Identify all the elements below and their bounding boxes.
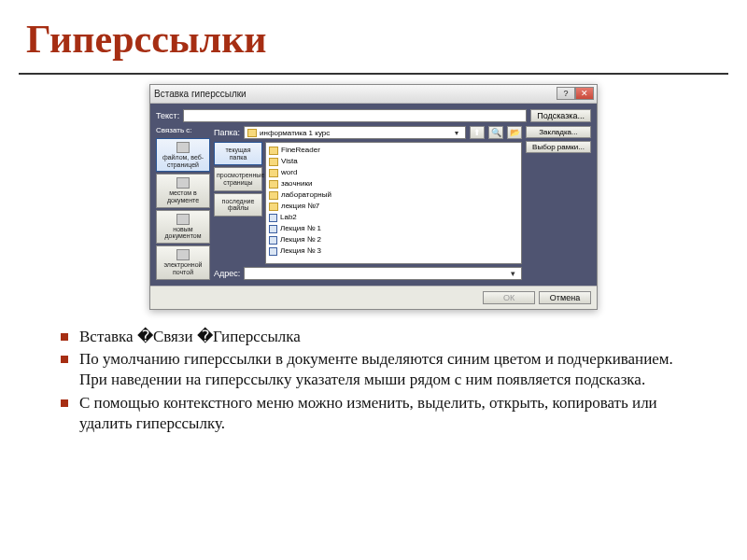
file-name: лабораторный (281, 189, 331, 201)
chevron-down-icon: ▾ (507, 268, 518, 279)
list-item[interactable]: FineReader (269, 145, 518, 156)
file-list[interactable]: FineReaderVistawordзаочникилабораторныйл… (265, 142, 522, 264)
up-arrow-icon: ⬆ (473, 128, 481, 137)
text-row: Текст: Подсказка... (156, 109, 591, 122)
link-to-label: Связать с: (156, 126, 210, 134)
file-name: FineReader (281, 145, 320, 156)
dialog-caption: Вставка гиперссылки (154, 89, 247, 99)
cancel-button[interactable]: Отмена (539, 291, 591, 304)
new-doc-icon (176, 214, 190, 225)
folder-icon (269, 180, 278, 189)
address-label: Адрес: (214, 269, 240, 278)
help-button[interactable]: ? (557, 87, 575, 100)
main-columns: Связать с: файлом, веб-страницей местом … (156, 126, 591, 280)
open-folder-icon: 📂 (510, 128, 520, 137)
list-item[interactable]: Лекция № 3 (269, 245, 518, 257)
list-item[interactable]: заочники (269, 178, 518, 189)
list-item[interactable]: word (269, 167, 518, 178)
link-to-column: Связать с: файлом, веб-страницей местом … (156, 126, 210, 280)
bullet-item: Вставка �Связи �Гиперссылка (79, 327, 696, 347)
document-icon (269, 225, 277, 233)
list-item[interactable]: Лекция № 1 (269, 223, 518, 234)
tab-recent-files[interactable]: последние файлы (214, 193, 262, 217)
text-label: Текст: (156, 111, 179, 120)
list-item[interactable]: Vista (269, 156, 518, 167)
chevron-down-icon: ▾ (451, 127, 462, 138)
center-column: Папка: информатика 1 курс ▾ ⬆ 🔍 (214, 126, 522, 280)
ok-button[interactable]: ОК (483, 291, 535, 304)
file-name: Lab2 (280, 212, 297, 223)
folder-row: Папка: информатика 1 курс ▾ ⬆ 🔍 (214, 126, 522, 139)
document-icon (269, 236, 277, 245)
file-name: Лекция № 3 (280, 245, 321, 257)
bullet-item: С помощью контекстного меню можно измени… (79, 393, 696, 435)
title-underline (19, 73, 728, 75)
folder-combo[interactable]: информатика 1 курс ▾ (244, 126, 466, 139)
tab-browsed-pages[interactable]: просмотренные страницы (214, 167, 262, 190)
list-item[interactable]: Lab2 (269, 212, 518, 223)
folder-icon (269, 147, 278, 155)
linkto-file-web[interactable]: файлом, веб-страницей (156, 138, 210, 172)
browse-file-button[interactable]: 📂 (507, 126, 522, 139)
linkto-email[interactable]: электронной почтой (156, 245, 210, 279)
bookmark-icon (176, 177, 190, 189)
text-input[interactable] (183, 109, 527, 122)
linkto-place-in-doc[interactable]: местом в документе (156, 174, 210, 207)
document-icon (269, 247, 277, 256)
address-row: Адрес: ▾ (214, 267, 522, 280)
file-name: лекция №7 (281, 201, 319, 212)
address-combo[interactable]: ▾ (244, 267, 522, 280)
files-row: текущая папка просмотренные страницы пос… (214, 142, 522, 264)
file-name: Лекция № 1 (280, 223, 321, 234)
browse-web-button[interactable]: 🔍 (488, 126, 503, 139)
list-item[interactable]: лекция №7 (269, 201, 518, 212)
insert-hyperlink-dialog: Вставка гиперссылки ? ✕ Текст: Подсказка… (149, 84, 598, 310)
email-icon (176, 249, 190, 260)
right-buttons: Закладка... Выбор рамки... (526, 126, 591, 280)
folder-icon (269, 158, 278, 166)
bullet-list: Вставка �Связи �Гиперссылка По умолчанию… (0, 310, 747, 435)
folder-label: Папка: (214, 128, 240, 137)
folder-icon (247, 129, 257, 137)
search-icon: 🔍 (491, 128, 501, 137)
linkto-new-doc[interactable]: новым документом (156, 210, 210, 244)
view-tabs: текущая папка просмотренные страницы пос… (214, 142, 262, 264)
screentip-button[interactable]: Подсказка... (530, 109, 591, 122)
folder-icon (269, 169, 278, 177)
globe-file-icon (176, 142, 190, 153)
list-item[interactable]: лабораторный (269, 189, 518, 201)
slide-title: Гиперссылки (0, 0, 747, 62)
tab-current-folder[interactable]: текущая папка (214, 142, 262, 165)
folder-icon (269, 191, 278, 200)
window-buttons: ? ✕ (557, 87, 594, 100)
target-frame-button[interactable]: Выбор рамки... (526, 141, 591, 153)
folder-icon (269, 203, 278, 211)
dialog-footer: ОК Отмена (150, 286, 597, 309)
document-icon (269, 214, 277, 222)
file-name: Лекция № 2 (280, 234, 321, 245)
dialog-container: Вставка гиперссылки ? ✕ Текст: Подсказка… (0, 84, 747, 310)
bookmark-button[interactable]: Закладка... (526, 126, 591, 138)
bullet-item: По умолчанию гиперссылки в документе выд… (79, 349, 696, 391)
up-folder-button[interactable]: ⬆ (470, 126, 485, 139)
file-name: Vista (281, 156, 298, 167)
dialog-titlebar[interactable]: Вставка гиперссылки ? ✕ (150, 85, 597, 104)
file-name: заочники (281, 178, 312, 189)
list-item[interactable]: Лекция № 2 (269, 234, 518, 245)
close-button[interactable]: ✕ (575, 87, 594, 100)
file-name: word (281, 167, 297, 178)
dialog-body: Текст: Подсказка... Связать с: файлом, в… (150, 104, 597, 286)
